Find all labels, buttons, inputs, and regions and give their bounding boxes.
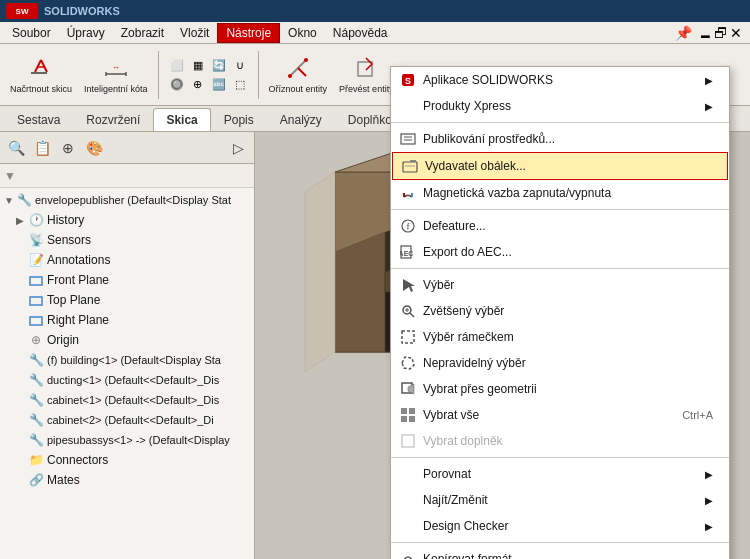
tab-analyzy[interactable]: Analýzy xyxy=(267,108,335,131)
maximize-btn[interactable]: 🗗 xyxy=(714,25,728,41)
rameckem-label: Výběr rámečkem xyxy=(423,330,713,344)
tree-item-annotations[interactable]: ▶ 📝 Annotations xyxy=(0,250,254,270)
tab-rozvrzeni[interactable]: Rozvržení xyxy=(73,108,153,131)
kopirovat-label: Kopírovat formát... xyxy=(423,552,713,559)
tree-item-history[interactable]: ▶ 🕐 History xyxy=(0,210,254,230)
defeature-label: Defeature... xyxy=(423,219,713,233)
tree-item-origin[interactable]: ▶ ⊕ Origin xyxy=(0,330,254,350)
tree-item-root[interactable]: ▼ 🔧 envelopepublisher (Default<Display S… xyxy=(0,190,254,210)
dropdown-vydavatel[interactable]: Vydavatel obálek... xyxy=(392,152,728,180)
dropdown-kopirovat[interactable]: Kopírovat formát... xyxy=(391,546,729,559)
inteligentni-kota-label: Inteligentní kóta xyxy=(84,84,148,95)
tb-small-4[interactable]: ∪ xyxy=(230,56,250,74)
lp-expand-btn[interactable]: ▷ xyxy=(226,136,250,160)
tree-icon-annotations: 📝 xyxy=(28,252,44,268)
lp-btn-4[interactable]: 🎨 xyxy=(82,136,106,160)
zvetseny-icon xyxy=(399,302,417,320)
tab-sestava[interactable]: Sestava xyxy=(4,108,73,131)
tree-label-building: (f) building<1> (Default<Display Sta xyxy=(47,354,221,366)
dropdown-zvetseny[interactable]: Zvětšený výběr xyxy=(391,298,729,324)
tb-small-5[interactable]: 🔘 xyxy=(167,75,187,93)
tree-label-mates: Mates xyxy=(47,473,80,487)
dropdown-pres-geometrii[interactable]: Vybrat přes geometrii xyxy=(391,376,729,402)
tree-item-building[interactable]: ▶ 🔧 (f) building<1> (Default<Display Sta xyxy=(0,350,254,370)
dropdown-export[interactable]: AEC Export do AEC... xyxy=(391,239,729,265)
dropdown-sep-2 xyxy=(391,209,729,210)
tree-item-pipesubassys[interactable]: ▶ 🔧 pipesubassys<1> -> (Default<Display xyxy=(0,430,254,450)
sketch-icon xyxy=(27,54,55,82)
tree-item-ducting[interactable]: ▶ 🔧 ducting<1> (Default<<Default>_Dis xyxy=(0,370,254,390)
svg-point-11 xyxy=(304,58,308,62)
menu-soubor[interactable]: Soubor xyxy=(4,24,59,42)
doplnek-label: Vybrat doplněk xyxy=(423,434,713,448)
menu-vlozit[interactable]: Vložit xyxy=(172,24,217,42)
dropdown-rameckem[interactable]: Výběr rámečkem xyxy=(391,324,729,350)
dropdown-design[interactable]: Design Checker ▶ xyxy=(391,513,729,539)
dropdown-produkty[interactable]: Produkty Xpress ▶ xyxy=(391,93,729,119)
dropdown-porovnat[interactable]: Porovnat ▶ xyxy=(391,461,729,487)
tree-icon-right-plane xyxy=(28,312,44,328)
minimize-btn[interactable]: 🗕 xyxy=(698,25,712,41)
svg-rect-52 xyxy=(409,416,415,422)
svg-rect-14 xyxy=(30,297,42,305)
dropdown-publikovani[interactable]: Publikování prostředků... xyxy=(391,126,729,152)
tree-item-top-plane[interactable]: ▶ Top Plane xyxy=(0,290,254,310)
svg-line-9 xyxy=(298,68,306,76)
tb-small-2[interactable]: ▦ xyxy=(188,56,208,74)
tb-small-3[interactable]: 🔄 xyxy=(209,56,229,74)
inteligentni-kota-btn[interactable]: ↔ Inteligentní kóta xyxy=(80,47,152,103)
design-arrow: ▶ xyxy=(705,521,713,532)
tree-icon-pipesubassys: 🔧 xyxy=(28,432,44,448)
svg-rect-15 xyxy=(30,317,42,325)
lp-btn-1[interactable]: 🔍 xyxy=(4,136,28,160)
dropdown-najit[interactable]: Najít/Změnit ▶ xyxy=(391,487,729,513)
dropdown-vyber[interactable]: Výběr xyxy=(391,272,729,298)
tree-item-connectors[interactable]: ▶ 📁 Connectors xyxy=(0,450,254,470)
dropdown-defeature[interactable]: f Defeature... xyxy=(391,213,729,239)
menu-zobrazit[interactable]: Zobrazit xyxy=(113,24,172,42)
menu-nastroje[interactable]: Nástroje xyxy=(217,23,280,43)
vyber-label: Výběr xyxy=(423,278,713,292)
tb-small-8[interactable]: ⬚ xyxy=(230,75,250,93)
menu-okno[interactable]: Okno xyxy=(280,24,325,42)
tb-small-6[interactable]: ⊕ xyxy=(188,75,208,93)
lp-btn-2[interactable]: 📋 xyxy=(30,136,54,160)
tree-item-mates[interactable]: ▶ 🔗 Mates xyxy=(0,470,254,490)
dropdown-magneticka[interactable]: Magnetická vazba zapnuta/vypnuta xyxy=(391,180,729,206)
svg-rect-28 xyxy=(401,134,415,144)
tree-item-right-plane[interactable]: ▶ Right Plane xyxy=(0,310,254,330)
menu-napoveda[interactable]: Nápověda xyxy=(325,24,396,42)
porovnat-icon xyxy=(399,465,417,483)
menu-upravy[interactable]: Úpravy xyxy=(59,24,113,42)
dropdown-vse[interactable]: Vybrat vše Ctrl+A xyxy=(391,402,729,428)
kopirovat-icon xyxy=(399,550,417,559)
vse-icon xyxy=(399,406,417,424)
tree-item-front-plane[interactable]: ▶ Front Plane xyxy=(0,270,254,290)
magneticka-icon xyxy=(399,184,417,202)
oriznout-entity-btn[interactable]: Oříznout entity xyxy=(265,47,332,103)
pres-geometrii-icon xyxy=(399,380,417,398)
lp-btn-3[interactable]: ⊕ xyxy=(56,136,80,160)
tb-small-7[interactable]: 🔤 xyxy=(209,75,229,93)
tree-icon-connectors: 📁 xyxy=(28,452,44,468)
prevest-entity-btn[interactable]: Převést entity xyxy=(335,47,398,103)
tree-item-cabinet1[interactable]: ▶ 🔧 cabinet<1> (Default<<Default>_Dis xyxy=(0,390,254,410)
close-btn[interactable]: ✕ xyxy=(730,25,742,41)
dropdown-nepravidelny[interactable]: Nepravidelný výběr xyxy=(391,350,729,376)
tree-label-cabinet1: cabinet<1> (Default<<Default>_Dis xyxy=(47,394,219,406)
svg-rect-45 xyxy=(402,331,414,343)
tab-skica[interactable]: Skica xyxy=(153,108,210,131)
vyber-icon xyxy=(399,276,417,294)
tab-popis[interactable]: Popis xyxy=(211,108,267,131)
najit-arrow: ▶ xyxy=(705,495,713,506)
tree-item-cabinet2[interactable]: ▶ 🔧 cabinet<2> (Default<<Default>_Di xyxy=(0,410,254,430)
dropdown-aplikace[interactable]: S Aplikace SOLIDWORKS ▶ xyxy=(391,67,729,93)
dropdown-sep-3 xyxy=(391,268,729,269)
tree-arrow-annotations: ▶ xyxy=(16,255,28,266)
tb-small-1[interactable]: ⬜ xyxy=(167,56,187,74)
nacrtout-skicu-btn[interactable]: Načrtnout skicu xyxy=(6,47,76,103)
tree-item-sensors[interactable]: ▶ 📡 Sensors xyxy=(0,230,254,250)
svg-text:↔: ↔ xyxy=(112,63,120,72)
nepravidelny-label: Nepravidelný výběr xyxy=(423,356,713,370)
dropdown-sep-1 xyxy=(391,122,729,123)
